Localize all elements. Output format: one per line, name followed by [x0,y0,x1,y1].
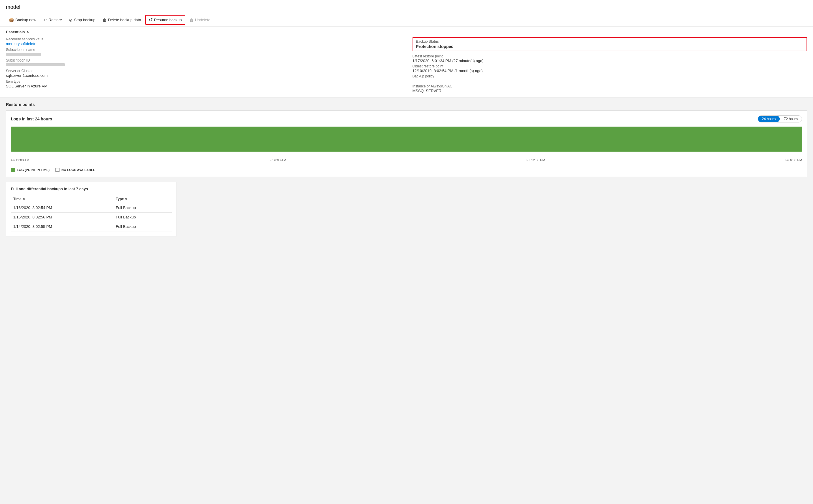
x-label-0: Fri 12:00 AM [11,158,29,162]
toolbar: 📦 Backup now ↩ Restore ⊘ Stop backup 🗑 D… [6,13,807,26]
field-latest-restore: Latest restore point 1/17/2020, 6:01:34 … [413,54,807,63]
chart-bar-green [11,127,802,152]
chart-legend: LOG (POINT IN TIME) NO LOGS AVAILABLE [11,165,802,172]
field-label-item-type: Item type [6,79,401,84]
field-value-oldest-restore: 12/10/2019, 8:02:54 PM (1 month(s) ago) [413,69,807,73]
header-row: Time ⇅ Type ⇅ [11,195,172,203]
field-label-sub-name: Subscription name [6,48,401,52]
sub-name-placeholder [6,53,41,56]
cell-time-0: 1/16/2020, 8:02:54 PM [11,203,113,213]
cell-type-2: Full Backup [113,222,172,231]
col-header-time[interactable]: Time ⇅ [11,195,113,203]
field-label-oldest-restore: Oldest restore point [413,64,807,68]
essentials-left: Recovery services vault mercurysoftdelet… [6,37,401,93]
sort-icon-type: ⇅ [125,198,127,201]
table-row: 1/16/2020, 8:02:54 PM Full Backup [11,203,172,213]
legend-item-log: LOG (POINT IN TIME) [11,168,49,172]
backup-status-label: Backup Status [416,39,804,44]
legend-label-log: LOG (POINT IN TIME) [17,168,49,172]
field-subscription-name: Subscription name [6,48,401,57]
field-label-sub-id: Subscription ID [6,58,401,62]
field-label-latest-restore: Latest restore point [413,54,807,58]
stop-backup-icon: ⊘ [69,18,72,22]
delete-backup-icon: 🗑 [102,18,107,22]
backup-status-value: Protection stopped [416,44,804,49]
field-oldest-restore: Oldest restore point 12/10/2019, 8:02:54… [413,64,807,73]
field-server-cluster: Server or Cluster sqlserver-1.contoso.co… [6,69,401,78]
resume-backup-button[interactable]: ↺ Resume backup [145,15,185,25]
restore-button[interactable]: ↩ Restore [40,16,65,24]
essentials-header[interactable]: Essentials ∧ [6,30,807,34]
stop-backup-button[interactable]: ⊘ Stop backup [66,16,98,24]
essentials-content: Recovery services vault mercurysoftdelet… [6,37,807,93]
restore-icon: ↩ [43,17,47,23]
backup-now-button[interactable]: 📦 Backup now [6,16,39,24]
field-value-vault[interactable]: mercurysoftdelete [6,42,401,46]
essentials-section: Essentials ∧ Recovery services vault mer… [0,27,813,97]
field-label-instance: Instance or AlwaysOn AG [413,84,807,88]
essentials-right: Backup Status Protection stopped Latest … [413,37,807,93]
field-recovery-vault: Recovery services vault mercurysoftdelet… [6,37,401,46]
x-label-3: Fri 6:00 PM [785,158,802,162]
time-toggle-24h[interactable]: 24 hours [758,116,780,122]
data-table: Time ⇅ Type ⇅ 1/16/2020, 8:02:54 PM [11,195,172,231]
essentials-label: Essentials [6,30,25,34]
field-label-backup-policy: Backup policy [413,74,807,78]
x-label-2: Fri 12:00 PM [526,158,545,162]
col-header-type[interactable]: Type ⇅ [113,195,172,203]
page-header: model 📦 Backup now ↩ Restore ⊘ Stop back… [0,0,813,27]
field-value-sub-name [6,52,401,57]
legend-box-green [11,168,15,172]
legend-box-border [55,168,59,172]
table-body: 1/16/2020, 8:02:54 PM Full Backup 1/15/2… [11,203,172,231]
undelete-button[interactable]: 🗑 Undelete [186,16,214,24]
chart-title: Logs in last 24 hours [11,117,52,121]
resume-backup-icon: ↺ [149,17,153,23]
cell-type-1: Full Backup [113,213,172,222]
table-card: Full and differential backups in last 7 … [6,182,177,236]
sort-icon-time: ⇅ [23,198,25,201]
table-row: 1/15/2020, 8:02:56 PM Full Backup [11,213,172,222]
cell-type-0: Full Backup [113,203,172,213]
field-instance: Instance or AlwaysOn AG MSSQLSERVER [413,84,807,93]
field-label-vault: Recovery services vault [6,37,401,41]
field-value-instance: MSSQLSERVER [413,89,807,93]
legend-label-no-logs: NO LOGS AVAILABLE [61,168,95,172]
time-toggle: 24 hours 72 hours [758,115,802,122]
chart-card: Logs in last 24 hours 24 hours 72 hours … [6,110,807,177]
chart-header: Logs in last 24 hours 24 hours 72 hours [11,115,802,122]
cell-time-1: 1/15/2020, 8:02:56 PM [11,213,113,222]
table-card-title: Full and differential backups in last 7 … [11,187,172,191]
essentials-chevron-icon: ∧ [26,30,29,34]
chart-area [11,127,802,156]
field-value-sub-id [6,63,401,67]
page-title: model [6,4,807,10]
field-value-latest-restore: 1/17/2020, 6:01:34 PM (27 minute(s) ago) [413,59,807,63]
table-header: Time ⇅ Type ⇅ [11,195,172,203]
field-backup-policy: Backup policy - [413,74,807,83]
field-value-item-type: SQL Server in Azure VM [6,84,401,88]
field-subscription-id: Subscription ID [6,58,401,67]
field-item-type: Item type SQL Server in Azure VM [6,79,401,88]
x-label-1: Fri 6:00 AM [270,158,286,162]
field-value-backup-policy: - [413,79,807,83]
field-value-server: sqlserver-1.contoso.com [6,73,401,78]
legend-item-no-logs: NO LOGS AVAILABLE [55,168,95,172]
table-row: 1/14/2020, 8:02:55 PM Full Backup [11,222,172,231]
chart-x-axis: Fri 12:00 AM Fri 6:00 AM Fri 12:00 PM Fr… [11,158,802,162]
backup-now-icon: 📦 [9,18,14,22]
time-toggle-72h[interactable]: 72 hours [780,116,802,122]
cell-time-2: 1/14/2020, 8:02:55 PM [11,222,113,231]
sub-id-placeholder [6,63,65,66]
field-label-server: Server or Cluster [6,69,401,73]
delete-backup-data-button[interactable]: 🗑 Delete backup data [100,16,144,24]
backup-status-box: Backup Status Protection stopped [413,37,807,51]
undelete-icon: 🗑 [189,18,193,22]
restore-points-section: Restore points Logs in last 24 hours 24 … [0,97,813,241]
restore-points-title: Restore points [6,102,807,107]
